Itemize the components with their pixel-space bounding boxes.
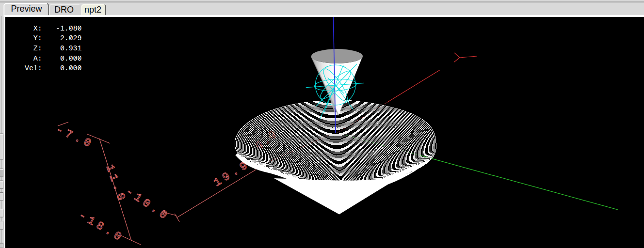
svg-text:0.000: 0.000	[60, 55, 81, 62]
svg-text:0.000: 0.000	[60, 64, 81, 72]
svg-text:2.029: 2.029	[60, 34, 81, 42]
svg-text:-1.080: -1.080	[56, 25, 81, 32]
svg-text:Y:: Y:	[33, 34, 42, 42]
svg-text:Vel:: Vel:	[25, 64, 42, 72]
svg-text:A:: A:	[33, 55, 42, 62]
svg-text:Preview: Preview	[11, 4, 43, 14]
svg-text:Z:: Z:	[33, 45, 42, 52]
svg-text:DRO: DRO	[54, 5, 74, 15]
svg-text:0.931: 0.931	[60, 45, 82, 52]
svg-text:X:: X:	[33, 25, 42, 32]
svg-text:npt2: npt2	[84, 5, 101, 15]
